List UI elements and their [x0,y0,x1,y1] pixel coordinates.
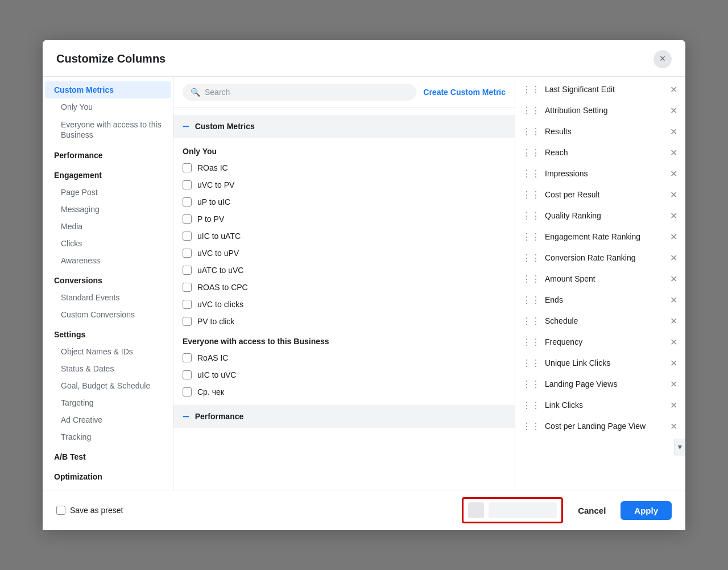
drag-handle[interactable]: ⋮⋮ [522,147,540,158]
metric-label: uATC to uVC [197,266,243,275]
metric-uic-uvc[interactable]: uIC to uVC [173,366,515,383]
selected-item-name: Quality Ranking [545,211,664,220]
sidebar-item-clicks[interactable]: Clicks [45,235,171,252]
checkbox-uatc-uvc[interactable] [183,266,192,275]
scroll-down-button[interactable]: ▼ [674,439,685,456]
sidebar-item-custom-conversions[interactable]: Custom Conversions [45,306,171,323]
sidebar-item-targeting[interactable]: Targeting [45,394,171,411]
remove-amount-spent[interactable]: ✕ [669,274,679,284]
remove-results[interactable]: ✕ [669,126,679,137]
metric-pv-click[interactable]: PV to click [173,313,515,330]
metric-roas-cpc[interactable]: ROAS to CPC [173,279,515,296]
drag-handle[interactable]: ⋮⋮ [522,400,540,411]
sidebar-item-ad-creative[interactable]: Ad Creative [45,411,171,428]
remove-ends[interactable]: ✕ [669,295,679,305]
checkbox-uic-uvc[interactable] [183,370,192,379]
sidebar-item-only-you[interactable]: Only You [45,98,171,115]
selected-last-significant-edit: ⋮⋮ Last Significant Edit ✕ [515,79,685,100]
metric-p-pv[interactable]: P to PV [173,210,515,228]
checkbox-roas-cpc[interactable] [183,283,192,292]
remove-reach[interactable]: ✕ [669,147,679,158]
selected-schedule: ⋮⋮ Schedule ✕ [515,311,685,332]
drag-handle[interactable]: ⋮⋮ [522,337,540,348]
metric-uatc-uvc[interactable]: uATC to uVC [173,262,515,279]
drag-handle[interactable]: ⋮⋮ [522,126,540,137]
sidebar-item-goal-budget[interactable]: Goal, Budget & Schedule [45,377,171,394]
sidebar-item-page-post[interactable]: Page Post [45,184,171,201]
save-preset-checkbox[interactable] [56,506,65,515]
remove-schedule[interactable]: ✕ [669,316,679,327]
scroll-down-icon: ▼ [677,443,684,451]
remove-conversion-rate-ranking[interactable]: ✕ [669,253,679,263]
checkbox-p-pv[interactable] [183,214,192,224]
checkbox-roas-ic-2[interactable] [183,353,192,362]
metric-uvc-upv[interactable]: uVC to uPV [173,245,515,262]
remove-last-significant-edit[interactable]: ✕ [669,84,679,95]
metric-uvc-clicks[interactable]: uVC to clicks [173,296,515,313]
remove-quality-ranking[interactable]: ✕ [669,210,679,221]
remove-cost-per-result[interactable]: ✕ [669,189,679,200]
selected-item-name: Impressions [545,169,664,178]
drag-handle[interactable]: ⋮⋮ [522,379,540,390]
drag-handle[interactable]: ⋮⋮ [522,189,540,200]
sidebar-item-custom-metrics[interactable]: Custom Metrics [45,81,171,98]
remove-attribution-setting[interactable]: ✕ [669,105,679,116]
selected-ends: ⋮⋮ Ends ✕ [515,290,685,311]
create-custom-metric-link[interactable]: Create Custom Metric [423,88,506,97]
drag-handle[interactable]: ⋮⋮ [522,295,540,305]
checkbox-up-uic[interactable] [183,197,192,206]
remove-landing-page-views[interactable]: ✕ [669,379,679,390]
sidebar-item-status-dates[interactable]: Status & Dates [45,360,171,377]
close-button[interactable]: × [653,50,672,68]
search-input[interactable] [205,88,408,97]
checkbox-pv-click[interactable] [183,317,192,326]
remove-frequency[interactable]: ✕ [669,337,679,348]
metric-label: ROAS to CPC [197,283,248,292]
modal-footer: Save as preset Cancel Apply [43,490,685,530]
checkbox-uic-uatc[interactable] [183,232,192,241]
metric-roas-ic-2[interactable]: RoAS IC [173,349,515,366]
metric-uvc-pv[interactable]: uVC to PV [173,176,515,193]
sidebar-item-everyone-access[interactable]: Everyone with access to this Business [45,115,171,144]
metric-sr-chek[interactable]: Ср. чек [173,383,515,400]
checkbox-uvc-pv[interactable] [183,180,192,189]
remove-unique-link-clicks[interactable]: ✕ [669,358,679,369]
drag-handle[interactable]: ⋮⋮ [522,253,540,263]
drag-handle[interactable]: ⋮⋮ [522,316,540,327]
metric-uic-uatc[interactable]: uIC to uATC [173,228,515,245]
save-preset-wrap: Save as preset [56,506,123,515]
drag-handle[interactable]: ⋮⋮ [522,84,540,95]
everyone-access-label: Everyone with access to this Business [173,330,515,349]
drag-handle[interactable]: ⋮⋮ [522,232,540,242]
metric-label: Ср. чек [197,387,224,396]
drag-handle[interactable]: ⋮⋮ [522,421,540,432]
checkbox-uvc-upv[interactable] [183,249,192,258]
modal-header: Customize Columns × [43,40,685,77]
checkbox-roas-ic[interactable] [183,163,192,172]
remove-impressions[interactable]: ✕ [669,168,679,179]
drag-handle[interactable]: ⋮⋮ [522,210,540,221]
apply-button[interactable]: Apply [621,501,672,520]
checkbox-sr-chek[interactable] [183,387,192,396]
metric-up-uic[interactable]: uP to uIC [173,193,515,210]
cancel-button[interactable]: Cancel [569,501,615,520]
drag-handle[interactable]: ⋮⋮ [522,168,540,179]
checkbox-uvc-clicks[interactable] [183,300,192,309]
remove-engagement-rate-ranking[interactable]: ✕ [669,232,679,242]
drag-handle[interactable]: ⋮⋮ [522,358,540,369]
sidebar-item-media[interactable]: Media [45,218,171,235]
sidebar-item-awareness[interactable]: Awareness [45,252,171,269]
sidebar-item-standard-events[interactable]: Standard Events [45,289,171,306]
selected-reach: ⋮⋮ Reach ✕ [515,142,685,163]
sidebar-item-conversions: Conversions [45,269,171,289]
drag-handle[interactable]: ⋮⋮ [522,105,540,116]
sidebar-item-object-names[interactable]: Object Names & IDs [45,343,171,360]
metric-roas-ic[interactable]: ROas IC [173,159,515,176]
remove-cost-per-landing-page-view[interactable]: ✕ [669,421,679,432]
drag-handle[interactable]: ⋮⋮ [522,274,540,284]
selected-item-name: Unique Link Clicks [545,358,664,367]
sidebar-item-tracking[interactable]: Tracking [45,428,171,445]
selected-cost-per-landing-page-view: ⋮⋮ Cost per Landing Page View ✕ [515,416,685,437]
sidebar-item-messaging[interactable]: Messaging [45,201,171,218]
remove-link-clicks[interactable]: ✕ [669,400,679,411]
